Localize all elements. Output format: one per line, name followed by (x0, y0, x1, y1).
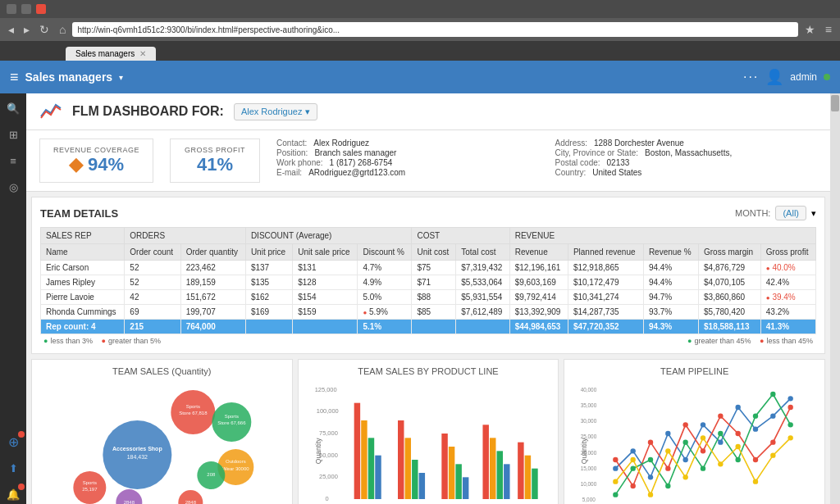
month-value[interactable]: (All) (775, 206, 806, 220)
restore-btn[interactable] (21, 4, 31, 14)
table-row: Pierre Lavoie 42 151,672 $162 $154 5.0% … (41, 290, 816, 305)
cell-total-cost: $7,319,432 (456, 261, 509, 275)
cell-order-qty: 199,707 (180, 305, 245, 320)
revenue-legend: ● greater than 45% ● less than 45% (684, 337, 816, 345)
pl-dot-5 (683, 457, 688, 462)
bar-outdoor-1 (482, 425, 488, 499)
legend-green-discount: ● less than 3% (43, 337, 93, 345)
cell-unit-cost: $85 (412, 305, 456, 320)
rl-dot-5 (683, 422, 688, 427)
py-10k: 10,000 (581, 481, 597, 487)
total-discount: 5.1% (358, 320, 412, 334)
col-total-cost: Total cost (456, 244, 509, 261)
pl-dot-11 (788, 396, 793, 401)
bar-personal-2 (524, 456, 530, 499)
bar-gardening-4 (375, 456, 381, 499)
logo-svg (39, 100, 62, 123)
refresh-btn[interactable]: ↻ (36, 21, 52, 38)
legends: ● less than 3% ● greater than 5% ● great… (40, 334, 816, 345)
cell-unit-price: $169 (245, 305, 292, 320)
legend-green-revenue: ● greater than 45% (687, 337, 751, 345)
col-unit-sale-price: Unit sale price (293, 244, 358, 261)
back-btn[interactable]: ◂ (5, 21, 17, 38)
user-icon[interactable]: 👤 (765, 68, 783, 86)
status-indicator (824, 74, 830, 80)
home-btn[interactable]: ⌂ (56, 21, 69, 38)
sidebar-icon-add[interactable]: ⊕ (5, 434, 21, 450)
browser-chrome (0, 0, 840, 18)
cell-order-count: 52 (125, 261, 180, 275)
cell-unit-price: $135 (245, 275, 292, 290)
cell-gross-profit: 42.4% (760, 275, 815, 290)
bell-badge (18, 484, 25, 490)
pl-dot-8 (736, 405, 741, 410)
pl-dot-10 (770, 413, 775, 418)
green-dot-icon: ● (43, 337, 48, 345)
py-5k: 5,000 (582, 497, 596, 502)
total-gross-profit: 41.3% (760, 320, 815, 334)
yl-dot-9 (753, 479, 758, 484)
person-selector[interactable]: Alex Rodriguez ▾ (234, 103, 318, 120)
scrollbar-thumb[interactable] (831, 95, 839, 111)
pipeline-title: TEAM PIPELINE (571, 366, 818, 376)
info-panel: REVENUE COVERAGE ◆ 94% GROSS PROFIT 41% … (26, 130, 830, 192)
yl-dot-8 (736, 444, 741, 449)
bubble-sports-green-label: Sports (225, 414, 239, 419)
star-btn[interactable]: ★ (801, 21, 819, 38)
month-selector: MONTH: (All) ▾ (735, 206, 816, 220)
add-badge (18, 431, 25, 438)
red-dot-revenue-icon: ● (760, 337, 764, 345)
header-dots[interactable]: ··· (743, 70, 759, 84)
bubble-sports-green-val: Store 67,666 (217, 420, 246, 425)
close-btn[interactable] (36, 4, 46, 14)
bar-golf-2 (404, 438, 410, 499)
cell-unit-cost: $71 (412, 275, 456, 290)
table-row: Rhonda Cummings 69 199,707 $169 $159 ● 5… (41, 305, 816, 320)
cell-gross-margin: $3,860,860 (699, 290, 761, 305)
sidebar-icon-bell[interactable]: 🔔 (5, 486, 21, 502)
sidebar-icon-grid[interactable]: ⊞ (5, 126, 21, 143)
active-tab[interactable]: Sales managers ✕ (66, 47, 156, 61)
gross-profit-box: GROSS PROFIT 41% (170, 138, 260, 183)
gross-profit-label: GROSS PROFIT (184, 146, 246, 154)
cell-unit-sale-price: $159 (293, 305, 358, 320)
sidebar-icon-target[interactable]: ◎ (5, 179, 21, 195)
cell-planned-revenue: $14,287,735 (568, 305, 643, 320)
menu-btn[interactable]: ≡ (822, 21, 835, 38)
admin-label: admin (790, 71, 817, 83)
sidebar-icon-search[interactable]: 🔍 (5, 100, 21, 116)
person-name: Alex Rodriguez (241, 107, 303, 116)
tab-close[interactable]: ✕ (139, 49, 146, 58)
bubble-sports-small-label: Sports (83, 480, 97, 485)
app-title: Sales managers (25, 70, 113, 84)
legend-red-discount: ● greater than 5% (101, 337, 160, 345)
nav-bar: ◂ ▸ ↻ ⌂ http://win-q6vmh1d51c2:9300/bi/i… (0, 18, 840, 41)
py-30k: 30,000 (581, 418, 597, 424)
team-details-section: TEAM DETAILS MONTH: (All) ▾ SALES REP OR… (31, 197, 825, 354)
forward-btn[interactable]: ▸ (21, 21, 33, 38)
scrollbar[interactable] (830, 93, 840, 504)
work-phone-row: Work phone: 1 (817) 268-6754 (276, 158, 538, 167)
cell-name: Rhonda Cummings (41, 305, 125, 320)
bubble-outdoors-yellow-label: Outdoors (226, 459, 246, 464)
sidebar-icon-upload[interactable]: ⬆ (5, 460, 21, 476)
cell-order-count: 42 (125, 290, 180, 305)
cell-gross-margin: $4,876,729 (699, 261, 761, 275)
minimize-btn[interactable] (7, 4, 16, 14)
cell-planned-revenue: $10,172,479 (568, 275, 643, 290)
address-bar[interactable]: http://win-q6vmh1d51c2:9300/bi/index.htm… (72, 22, 797, 37)
cell-total-cost: $7,612,489 (456, 305, 509, 320)
col-planned-revenue: Planned revenue (568, 244, 643, 261)
month-dropdown-icon[interactable]: ▾ (811, 208, 816, 219)
cell-unit-price: $137 (245, 261, 292, 275)
pipeline-y-title: Quantity (580, 438, 588, 464)
red-dot-icon: ● (101, 337, 105, 345)
discount-legend: ● less than 3% ● greater than 5% (40, 337, 164, 345)
py-35k: 35,000 (581, 402, 597, 408)
bar-golf-1 (398, 420, 404, 499)
cell-unit-sale-price: $131 (293, 261, 358, 275)
col-discount-pct: Discount % (358, 244, 412, 261)
sidebar-icon-menu[interactable]: ≡ (5, 152, 21, 169)
product-line-title: TEAM SALES BY PRODUCT LINE (305, 366, 552, 376)
table-row: James Ripley 52 189,159 $135 $128 4.9% $… (41, 275, 816, 290)
